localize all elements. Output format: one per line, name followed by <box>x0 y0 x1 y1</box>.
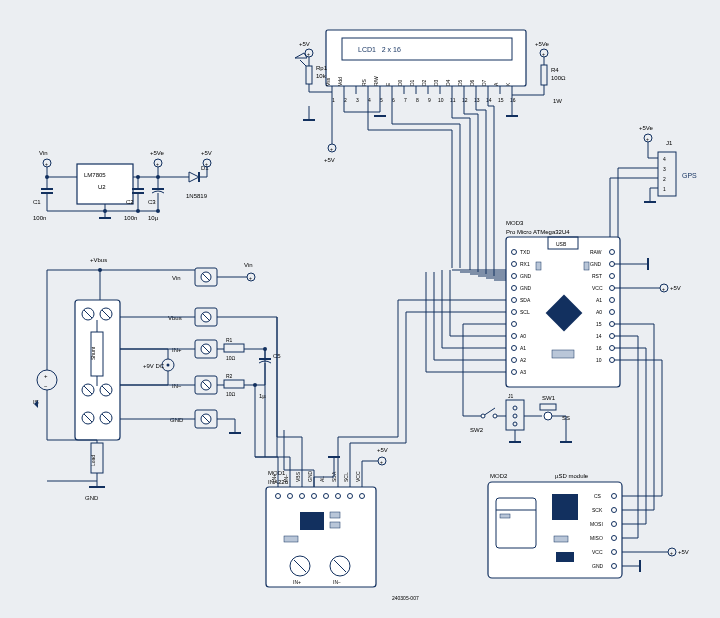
svg-text:GND: GND <box>520 285 532 291</box>
svg-text:12: 12 <box>462 97 468 103</box>
svg-text:SCL: SCL <box>343 472 349 482</box>
svg-text:15: 15 <box>596 321 602 327</box>
svg-text:Vdd: Vdd <box>337 77 343 86</box>
svg-text:J1: J1 <box>508 393 514 399</box>
svg-text:A0: A0 <box>520 333 526 339</box>
svg-rect-198 <box>554 536 568 542</box>
svg-point-62 <box>45 175 49 179</box>
svg-text:+5V: +5V <box>201 150 212 156</box>
mod2-ref: MOD2 <box>490 473 508 479</box>
svg-text:Vin: Vin <box>244 262 253 268</box>
rp1-ref: Rp1 <box>316 65 328 71</box>
svg-rect-199 <box>556 552 574 562</box>
svg-text:9: 9 <box>428 97 431 103</box>
svg-text:3: 3 <box>356 97 359 103</box>
svg-text:Vss: Vss <box>325 77 331 86</box>
svg-rect-72 <box>536 262 541 270</box>
svg-text:CS: CS <box>594 493 602 499</box>
svg-text:MISO: MISO <box>590 535 603 541</box>
svg-point-152 <box>167 364 170 367</box>
svg-text:+5Ve: +5Ve <box>150 150 165 156</box>
r4-ref: R4 <box>551 67 559 73</box>
svg-point-67 <box>156 209 160 213</box>
svg-text:A3: A3 <box>520 369 526 375</box>
c3-value: 10µ <box>148 215 159 221</box>
svg-text:SCK: SCK <box>592 507 603 513</box>
svg-text:RAW: RAW <box>590 249 602 255</box>
svg-text:13: 13 <box>474 97 480 103</box>
svg-text:D1: D1 <box>409 79 415 86</box>
svg-text:LCD1   2 x 16: LCD1 2 x 16 <box>358 46 401 53</box>
svg-text:GND: GND <box>307 471 313 483</box>
svg-text:IN+: IN+ <box>293 579 301 585</box>
svg-text:GND: GND <box>520 273 532 279</box>
svg-text:GND: GND <box>590 261 602 267</box>
svg-text:+: + <box>330 146 333 152</box>
svg-text:MOSI: MOSI <box>590 521 603 527</box>
lcd-5v: +5V <box>299 41 310 47</box>
mod3: MOD3 Pro Micro ATMega32U4 USB TXD RX1 GN… <box>463 220 681 442</box>
svg-text:D2: D2 <box>421 79 427 86</box>
svg-rect-127 <box>540 404 556 410</box>
svg-rect-186 <box>330 522 340 528</box>
svg-text:A1: A1 <box>596 297 602 303</box>
c2-value: 100n <box>124 215 137 221</box>
svg-text:+: + <box>662 286 665 292</box>
svg-text:RS: RS <box>361 78 367 86</box>
svg-text:D7: D7 <box>481 79 487 86</box>
svg-rect-166 <box>266 487 376 587</box>
r1-value: 10Ω <box>226 355 236 361</box>
svg-text:GND: GND <box>170 417 184 423</box>
svg-text:2: 2 <box>663 176 666 182</box>
mod2: MOD2 µSD module CS SCK MOSI MISO VCC GND <box>488 473 622 578</box>
svg-text:Vin: Vin <box>172 275 181 281</box>
power-block: Vin + C1 100n LM7805 U2 C2 100n C3 10µ +… <box>33 150 212 221</box>
gps-connector: +5Ve + J1 4 3 2 1 GPS <box>610 125 697 260</box>
svg-text:+: + <box>307 51 310 57</box>
svg-rect-197 <box>552 494 578 520</box>
svg-text:D3: D3 <box>433 79 439 86</box>
svg-point-121 <box>513 406 517 410</box>
svg-text:16: 16 <box>596 345 602 351</box>
dc-label: +9V DC <box>143 363 165 369</box>
c1-value: 100n <box>33 215 46 221</box>
svg-text:7: 7 <box>404 97 407 103</box>
svg-text:A1: A1 <box>520 345 526 351</box>
svg-text:TXD: TXD <box>520 249 530 255</box>
left-terminal-block: +Vbus Vin + Vin Vbus IN+ R1 10Ω <box>33 257 281 501</box>
svg-rect-196 <box>500 514 510 518</box>
mod2-part: µSD module <box>555 473 589 479</box>
svg-text:D5: D5 <box>457 79 463 86</box>
svg-point-149 <box>263 347 267 351</box>
vbus-label: +Vbus <box>90 257 107 263</box>
svg-text:+5V: +5V <box>678 549 689 555</box>
svg-text:+5V: +5V <box>670 285 681 291</box>
svg-text:14: 14 <box>486 97 492 103</box>
svg-point-64 <box>156 175 160 179</box>
c1-ref: C1 <box>33 199 41 205</box>
lm7805-ref: U2 <box>98 184 106 190</box>
shunt-label: Shunt <box>90 346 96 360</box>
svg-text:R/W: R/W <box>373 76 379 86</box>
svg-point-124 <box>481 414 485 418</box>
svg-text:GND: GND <box>592 563 604 569</box>
drawing-id: 240305-007 <box>392 595 419 601</box>
svg-text:+: + <box>670 550 673 556</box>
svg-text:USB: USB <box>556 241 567 247</box>
svg-rect-145 <box>224 380 244 388</box>
svg-text:8: 8 <box>416 97 419 103</box>
lcd-5v-below: + +5V <box>324 94 386 163</box>
lcd-ref: LCD1 <box>358 46 376 53</box>
svg-text:VBS: VBS <box>295 471 301 482</box>
svg-text:SDA: SDA <box>520 297 531 303</box>
svg-text:VCC: VCC <box>592 285 603 291</box>
svg-text:RST: RST <box>592 273 602 279</box>
svg-text:A0: A0 <box>596 309 602 315</box>
c5-value: 1µ <box>259 393 266 399</box>
svg-text:IN+: IN+ <box>172 347 182 353</box>
svg-text:IN−: IN− <box>172 383 182 389</box>
svg-text:+5Ve: +5Ve <box>639 125 654 131</box>
r1-ref: R1 <box>226 337 233 343</box>
svg-text:+: + <box>380 459 383 465</box>
svg-point-122 <box>513 414 517 418</box>
